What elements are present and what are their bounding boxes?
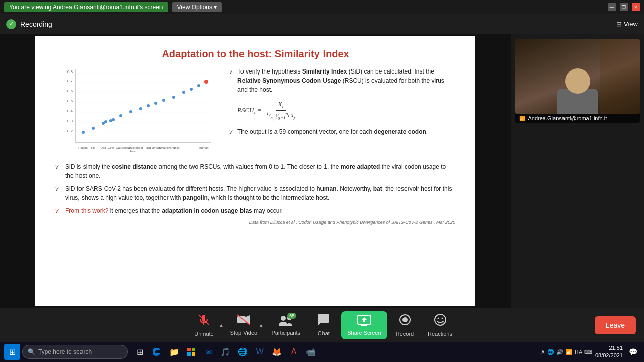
taskbar-app-chrome[interactable]: 🌐 xyxy=(234,344,251,360)
svg-text:0.4: 0.4 xyxy=(67,109,73,113)
recording-indicator: ✓ xyxy=(6,19,16,29)
stop-video-icon xyxy=(237,314,250,328)
taskbar-search[interactable]: 🔍 Type here to search xyxy=(22,345,128,359)
unmute-button[interactable]: Unmute xyxy=(186,308,221,342)
svg-text:Chicken: Chicken xyxy=(128,146,139,149)
participants-icon: 65 xyxy=(278,315,293,328)
taskbar: ⊞ 🔍 Type here to search ⊞ 📁 ✉ 🎵 🌐 W 🦊 A … xyxy=(0,342,644,362)
taskbar-app-mail[interactable]: ✉ xyxy=(200,344,216,360)
slide-chart: 0.8 0.7 0.6 0.5 0.4 0.3 0.2 xyxy=(55,67,221,157)
taskbar-clock[interactable]: 21:51 08/02/2021 xyxy=(595,344,623,360)
view-options-button[interactable]: View Options ▾ xyxy=(172,2,222,12)
svg-point-61 xyxy=(435,314,446,325)
svg-text:0.7: 0.7 xyxy=(67,79,73,83)
svg-text:0.8: 0.8 xyxy=(67,69,73,74)
svg-rect-50 xyxy=(237,316,246,323)
svg-text:Snake: Snake xyxy=(159,146,168,149)
arrow-up-icon[interactable]: ∧ xyxy=(541,348,545,355)
chat-button[interactable]: Chat xyxy=(306,308,341,342)
taskbar-app-browser2[interactable]: 🦊 xyxy=(269,344,285,360)
stop-video-label: Stop Video xyxy=(230,330,258,336)
svg-text:Host: Host xyxy=(130,150,137,153)
participants-label: Participants xyxy=(272,330,300,336)
speaker-icon[interactable]: 🔊 xyxy=(556,349,564,355)
taskbar-app-store[interactable] xyxy=(183,344,199,360)
taskbar-apps: ⊞ 📁 ✉ 🎵 🌐 W 🦊 A 📹 xyxy=(132,344,319,360)
taskbar-app-spotify[interactable]: 🎵 xyxy=(217,344,233,360)
keyboard-icon[interactable]: ⌨ xyxy=(584,349,592,355)
svg-text:Pig: Pig xyxy=(91,146,96,149)
svg-point-30 xyxy=(190,88,193,91)
svg-text:Rabbit: Rabbit xyxy=(78,146,88,149)
notifications-button[interactable]: 💬 xyxy=(626,345,640,359)
slide-title: Adaptation to the host: Similarity Index xyxy=(55,48,455,60)
svg-point-27 xyxy=(162,99,165,102)
start-button[interactable]: ⊞ xyxy=(4,344,20,360)
lang-indicator[interactable]: ITA xyxy=(575,349,582,355)
slide-container: Adaptation to the host: Similarity Index… xyxy=(0,34,511,308)
unmute-icon xyxy=(197,313,210,329)
webcam-name-bar: 📶 Andrea.Giansanti@roma1.infn.it xyxy=(515,114,640,123)
svg-text:0.5: 0.5 xyxy=(67,99,73,103)
webcam-panel: 📶 Andrea.Giansanti@roma1.infn.it xyxy=(511,34,644,308)
taskbar-app-edge[interactable] xyxy=(149,344,165,360)
record-icon xyxy=(398,313,412,329)
signal-icon: 📶 xyxy=(519,116,525,121)
svg-point-24 xyxy=(139,107,142,110)
svg-text:Human: Human xyxy=(199,146,208,149)
taskbar-app-zoom[interactable]: 📹 xyxy=(303,344,319,360)
svg-point-18 xyxy=(102,122,105,125)
taskbar-app-grid[interactable]: ⊞ xyxy=(132,344,148,360)
notification-text: You are viewing Andrea.Giansanti@roma1.i… xyxy=(4,2,168,12)
minimize-button[interactable]: — xyxy=(608,3,616,11)
reactions-icon xyxy=(434,313,447,329)
network-icon[interactable]: 🌐 xyxy=(547,349,554,355)
slide-citation: Data from Dilucca et al., Codon Usage an… xyxy=(55,220,455,225)
webcam-name: Andrea.Giansanti@roma1.infn.it xyxy=(528,115,607,121)
wifi-icon[interactable]: 📶 xyxy=(566,349,573,355)
svg-point-16 xyxy=(82,131,85,134)
taskbar-app-acrobat[interactable]: A xyxy=(286,344,302,360)
svg-rect-67 xyxy=(192,352,195,356)
svg-text:Cat: Cat xyxy=(116,146,121,149)
svg-point-23 xyxy=(129,110,132,113)
reactions-label: Reactions xyxy=(428,331,452,337)
reactions-button[interactable]: Reactions xyxy=(423,308,458,342)
svg-point-63 xyxy=(441,318,443,319)
webcam-video xyxy=(515,39,640,114)
svg-point-60 xyxy=(403,317,408,322)
svg-point-22 xyxy=(119,114,122,117)
leave-button[interactable]: Leave xyxy=(595,316,636,334)
participants-button[interactable]: 65 Participants xyxy=(266,308,306,342)
share-screen-label: Share Screen xyxy=(347,330,381,336)
maximize-button[interactable]: ❐ xyxy=(620,3,628,11)
svg-text:0.6: 0.6 xyxy=(67,89,73,93)
toolbar: Unmute ▲ Stop Video ▲ 65 Participants xyxy=(0,308,644,342)
close-button[interactable]: ✕ xyxy=(632,3,640,11)
view-button[interactable]: ⊞ View xyxy=(616,20,638,28)
share-screen-button[interactable]: Share Screen xyxy=(341,311,387,339)
svg-text:Pangolin: Pangolin xyxy=(168,146,179,149)
svg-text:Bat: Bat xyxy=(138,146,143,149)
unmute-arrow[interactable]: ▲ xyxy=(218,322,224,328)
svg-text:0.3: 0.3 xyxy=(67,119,73,123)
svg-point-21 xyxy=(112,118,115,121)
taskbar-system-icons: ∧ 🌐 🔊 📶 ITA ⌨ xyxy=(541,348,592,355)
search-icon: 🔍 xyxy=(28,348,35,355)
svg-rect-64 xyxy=(187,348,191,351)
video-arrow[interactable]: ▲ xyxy=(258,322,264,328)
stop-video-button[interactable]: Stop Video xyxy=(226,308,261,342)
unmute-label: Unmute xyxy=(194,331,214,337)
chat-label: Chat xyxy=(318,330,330,336)
record-button[interactable]: Record xyxy=(387,308,423,342)
svg-point-25 xyxy=(147,104,150,107)
svg-text:Dog: Dog xyxy=(100,146,106,149)
taskbar-app-files[interactable]: 📁 xyxy=(166,344,182,360)
svg-point-17 xyxy=(92,127,95,130)
svg-point-53 xyxy=(281,316,286,321)
svg-marker-58 xyxy=(361,317,367,322)
taskbar-app-word[interactable]: W xyxy=(252,344,268,360)
svg-point-62 xyxy=(437,318,439,319)
svg-point-26 xyxy=(154,102,157,105)
search-placeholder: Type here to search xyxy=(38,348,92,355)
